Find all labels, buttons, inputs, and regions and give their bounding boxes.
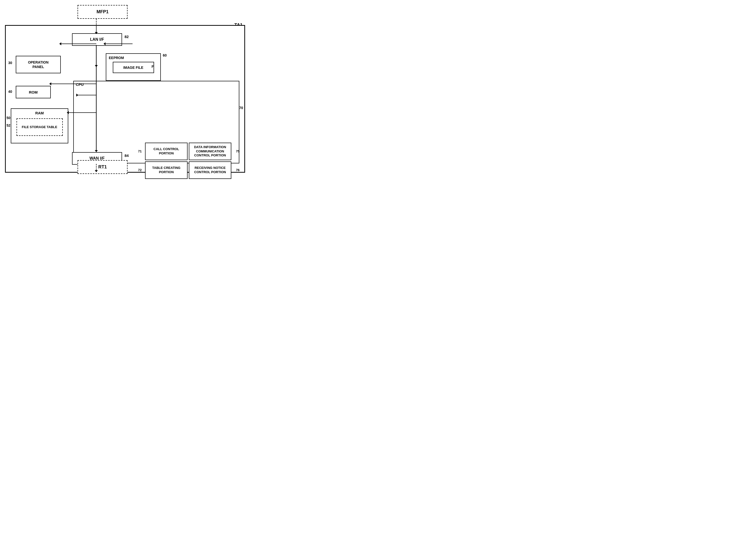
rt1-box: RT1 [78,160,127,174]
cpu-grid: 71 CALL CONTROLPORTION DATA INFORMATIONC… [145,143,231,180]
operation-panel-label: OPERATIONPANEL [28,60,49,69]
image-file-box: IMAGE FILE [113,62,154,73]
rom-num: 40 [8,90,12,94]
main-box: LAN I/F 82 EEPROM IMAGE FILE 60 F OPERAT… [5,25,245,173]
call-control-portion: 71 CALL CONTROLPORTION [145,143,187,160]
cell-num-76: 76 [236,168,240,173]
file-storage-num: 52 [7,123,11,127]
table-creating-label: TABLE CREATINGPORTION [152,166,180,175]
ram-box: RAM FILE STORAGE TABLE [11,108,68,143]
cpu-label: CPU [74,81,239,88]
receiving-notice-control-portion: RECEIVING NOTICECONTROL PORTION 76 [189,161,231,179]
cell-num-72: 72 [138,168,141,173]
data-info-comm-control-portion: DATA INFORMATIONCOMMUNICATION CONTROL PO… [189,143,231,160]
wan-num: 84 [125,153,129,158]
ram-label: RAM [11,109,68,117]
table-creating-portion: 72 TABLE CREATINGPORTION [145,161,187,179]
call-control-label: CALL CONTROLPORTION [153,147,179,156]
rom-label: ROM [29,90,38,94]
lan-if-label: LAN I/F [90,37,104,42]
eeprom-label: EEPROM [106,54,160,62]
eeprom-num: 60 [163,53,167,57]
receiving-notice-label: RECEIVING NOTICECONTROL PORTION [194,166,226,175]
mfp1-label: MFP1 [97,9,109,15]
operation-panel-box: OPERATIONPANEL [16,56,61,73]
rom-box: ROM [16,86,51,98]
cell-num-71: 71 [138,149,141,154]
file-storage-label: FILE STORAGE TABLE [22,125,57,129]
image-file-f: F [151,65,154,69]
cpu-num: 70 [239,106,243,110]
file-storage-box: FILE STORAGE TABLE [17,118,63,136]
cpu-box: CPU 71 CALL CONTROLPORTION DATA INFORMAT… [73,81,239,164]
lan-if-box: LAN I/F [72,33,122,46]
cell-num-75: 75 [236,149,240,154]
mfp1-box: MFP1 [78,5,127,19]
op-num: 30 [8,61,12,65]
image-file-label: IMAGE FILE [123,66,143,70]
ram-num: 50 [7,116,11,120]
rt1-label: RT1 [98,165,107,170]
lan-num: 82 [125,35,129,39]
data-info-comm-label: DATA INFORMATIONCOMMUNICATION CONTROL PO… [190,145,230,158]
